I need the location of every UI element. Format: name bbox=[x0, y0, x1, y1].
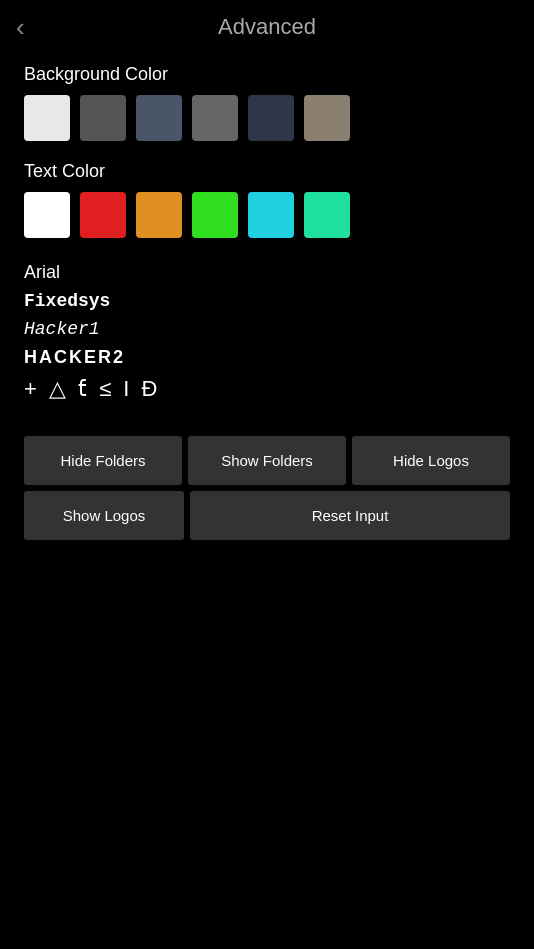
show-logos-button[interactable]: Show Logos bbox=[24, 491, 184, 540]
text-color-label: Text Color bbox=[24, 161, 510, 182]
font-item-symbols[interactable]: + △ ƭ ≤ Ι Ð bbox=[24, 372, 510, 406]
header: ‹ Advanced bbox=[0, 0, 534, 54]
show-folders-button[interactable]: Show Folders bbox=[188, 436, 346, 485]
text-color-swatches bbox=[24, 192, 510, 238]
bg-swatch-medium-gray[interactable] bbox=[192, 95, 238, 141]
hide-logos-button[interactable]: Hide Logos bbox=[352, 436, 510, 485]
reset-input-button[interactable]: Reset Input bbox=[190, 491, 510, 540]
tc-swatch-green[interactable] bbox=[192, 192, 238, 238]
background-color-label: Background Color bbox=[24, 64, 510, 85]
tc-swatch-red[interactable] bbox=[80, 192, 126, 238]
back-button[interactable]: ‹ bbox=[16, 14, 25, 40]
page-title: Advanced bbox=[218, 14, 316, 40]
font-list: Arial Fixedsys Hacker1 HACKER2 + △ ƭ ≤ Ι… bbox=[24, 258, 510, 406]
bg-swatch-slate[interactable] bbox=[136, 95, 182, 141]
hide-folders-button[interactable]: Hide Folders bbox=[24, 436, 182, 485]
font-item-hacker2[interactable]: HACKER2 bbox=[24, 343, 510, 372]
content-area: Background Color Text Color Arial Fixeds… bbox=[0, 54, 534, 550]
buttons-row1: Hide Folders Show Folders Hide Logos bbox=[24, 436, 510, 485]
bg-swatch-navy[interactable] bbox=[248, 95, 294, 141]
bg-swatch-white[interactable] bbox=[24, 95, 70, 141]
bg-swatch-dark-gray[interactable] bbox=[80, 95, 126, 141]
tc-swatch-cyan[interactable] bbox=[248, 192, 294, 238]
tc-swatch-mint[interactable] bbox=[304, 192, 350, 238]
buttons-row2: Show Logos Reset Input bbox=[24, 491, 510, 540]
background-color-swatches bbox=[24, 95, 510, 141]
tc-swatch-white[interactable] bbox=[24, 192, 70, 238]
font-item-fixedsys[interactable]: Fixedsys bbox=[24, 287, 510, 315]
font-item-hacker1[interactable]: Hacker1 bbox=[24, 315, 510, 343]
font-item-arial[interactable]: Arial bbox=[24, 258, 510, 287]
bg-swatch-taupe[interactable] bbox=[304, 95, 350, 141]
tc-swatch-orange[interactable] bbox=[136, 192, 182, 238]
